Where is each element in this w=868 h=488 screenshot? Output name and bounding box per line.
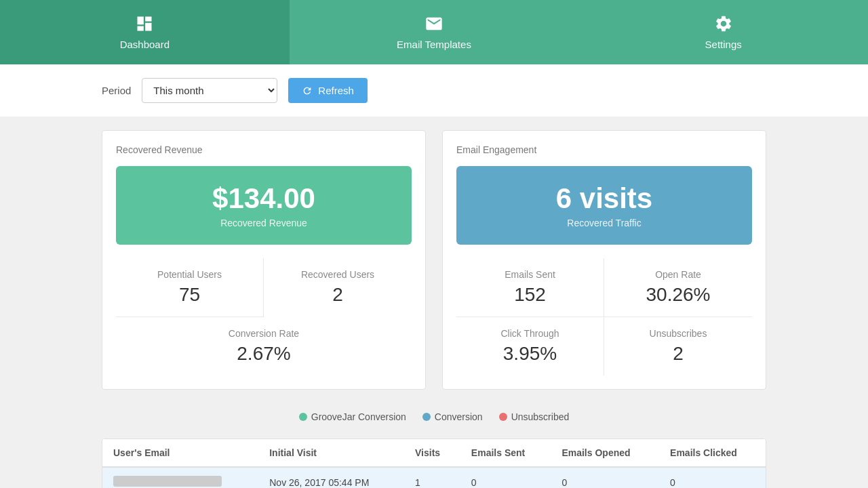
open-rate-value: 30.26% [610, 284, 747, 306]
dashboard-icon [135, 14, 154, 33]
email-engagement-card: Email Engagement 6 visits Recovered Traf… [442, 130, 766, 390]
users-table: User's Email Initial Visit Visits Emails… [102, 439, 766, 488]
refresh-icon [302, 85, 313, 96]
main-content: Recovered Revenue $134.00 Recovered Reve… [0, 117, 868, 488]
cell-emails-clicked: 0 [659, 467, 766, 488]
table-row: Nov 26, 2017 05:44 PM1000 [102, 467, 766, 488]
chart-legend: GrooveJar Conversion Conversion Unsubscr… [102, 406, 766, 428]
potential-users-label: Potential Users [121, 269, 258, 280]
recovered-revenue-stat-box: $134.00 Recovered Revenue [116, 166, 412, 245]
recovered-users-cell: Recovered Users 2 [264, 258, 412, 317]
toolbar: Period This month Last month Last 7 days… [0, 64, 868, 117]
legend-unsubscribed: Unsubscribed [499, 411, 570, 422]
open-rate-label: Open Rate [610, 269, 747, 280]
open-rate-cell: Open Rate 30.26% [604, 258, 752, 317]
email-engagement-stats: Emails Sent 152 Open Rate 30.26% Click T… [456, 258, 752, 375]
groovejar-conversion-label: GrooveJar Conversion [311, 411, 406, 422]
col-initial-visit: Initial Visit [258, 439, 404, 467]
unsubscribed-dot [499, 413, 507, 421]
legend-conversion: Conversion [422, 411, 483, 422]
col-emails-clicked: Emails Clicked [659, 439, 766, 467]
recovered-users-value: 2 [269, 284, 406, 306]
unsubscribed-label: Unsubscribed [511, 411, 570, 422]
refresh-label: Refresh [318, 85, 354, 96]
nav-settings-label: Settings [705, 39, 742, 50]
potential-users-value: 75 [121, 284, 258, 306]
cell-emails-sent: 0 [460, 467, 551, 488]
recovered-revenue-card: Recovered Revenue $134.00 Recovered Reve… [102, 130, 426, 390]
col-visits: Visits [404, 439, 460, 467]
recovered-users-label: Recovered Users [269, 269, 406, 280]
recovered-revenue-title: Recovered Revenue [116, 144, 412, 155]
recovered-traffic-label: Recovered Traffic [473, 218, 736, 228]
cell-emails-opened: 0 [551, 467, 659, 488]
nav-settings[interactable]: Settings [578, 0, 868, 64]
cell-email [102, 467, 258, 488]
conversion-rate-label: Conversion Rate [121, 328, 406, 339]
nav-dashboard-label: Dashboard [120, 39, 170, 50]
conversion-rate-value: 2.67% [121, 343, 406, 365]
unsubscribes-value: 2 [610, 343, 747, 365]
emails-sent-label: Emails Sent [462, 269, 598, 280]
click-through-cell: Click Through 3.95% [456, 317, 604, 375]
unsubscribes-cell: Unsubscribes 2 [604, 317, 752, 375]
main-nav: Dashboard Email Templates Settings [0, 0, 868, 64]
emails-sent-cell: Emails Sent 152 [456, 258, 604, 317]
col-emails-sent: Emails Sent [460, 439, 551, 467]
cell-visits: 1 [404, 467, 460, 488]
col-emails-opened: Emails Opened [551, 439, 659, 467]
conversion-rate-cell: Conversion Rate 2.67% [116, 317, 412, 375]
visits-value: 6 visits [473, 182, 736, 215]
email-masked [113, 476, 222, 487]
emails-sent-value: 152 [462, 284, 598, 306]
email-engagement-stat-box: 6 visits Recovered Traffic [456, 166, 752, 245]
period-select[interactable]: This month Last month Last 7 days Last 3… [142, 78, 277, 103]
conversion-dot [422, 413, 431, 421]
users-table-container: User's Email Initial Visit Visits Emails… [102, 439, 766, 488]
recovered-revenue-value: $134.00 [132, 182, 395, 215]
nav-email-templates[interactable]: Email Templates [290, 0, 579, 64]
refresh-button[interactable]: Refresh [288, 78, 368, 103]
settings-icon [714, 14, 733, 33]
period-label: Period [102, 85, 131, 96]
unsubscribes-label: Unsubscribes [610, 328, 747, 339]
table-header-row: User's Email Initial Visit Visits Emails… [102, 439, 766, 467]
nav-email-templates-label: Email Templates [397, 39, 471, 50]
click-through-value: 3.95% [462, 343, 598, 365]
recovered-revenue-stats: Potential Users 75 Recovered Users 2 Con… [116, 258, 412, 375]
recovered-revenue-label: Recovered Revenue [132, 218, 395, 228]
click-through-label: Click Through [462, 328, 598, 339]
email-engagement-title: Email Engagement [456, 144, 752, 155]
email-icon [425, 14, 443, 33]
cards-row: Recovered Revenue $134.00 Recovered Reve… [102, 130, 766, 390]
col-email: User's Email [102, 439, 258, 467]
cell-initial-visit: Nov 26, 2017 05:44 PM [258, 467, 404, 488]
groovejar-conversion-dot [299, 413, 307, 421]
legend-groovejar-conversion: GrooveJar Conversion [299, 411, 406, 422]
conversion-label: Conversion [435, 411, 483, 422]
potential-users-cell: Potential Users 75 [116, 258, 264, 317]
nav-dashboard[interactable]: Dashboard [0, 0, 290, 64]
